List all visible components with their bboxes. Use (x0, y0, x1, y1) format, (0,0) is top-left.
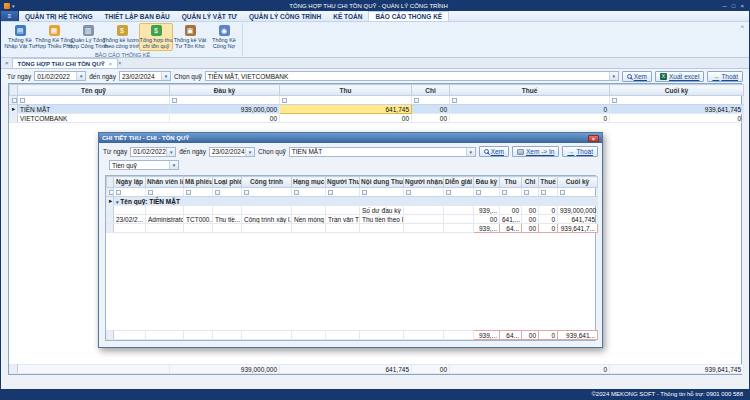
dialog-exit-button[interactable]: → Thoát (562, 146, 598, 157)
filter-cell[interactable] (114, 188, 146, 197)
col-header-thu[interactable]: Thu (280, 85, 412, 96)
app-icon[interactable] (4, 3, 10, 9)
tab-quan-tri-he-thong[interactable]: QUẢN TRỊ HỆ THỐNG (19, 11, 99, 21)
chevron-down-icon[interactable]: ▾ (245, 148, 254, 156)
col-header[interactable]: Ngày lập (114, 177, 146, 188)
tab-ke-toan[interactable]: KẾ TOÁN (327, 11, 368, 21)
col-header[interactable]: Cuối kỳ (558, 177, 598, 188)
ribbon-button-thong-ke-tong-hop[interactable]: ▦ Thống Kê TổngHợp Thiếu Phụ (37, 23, 71, 51)
cell-chi[interactable]: 00 (412, 105, 450, 114)
ribbon-collapse-icon[interactable]: ˄ (740, 24, 744, 30)
col-header[interactable]: Công trình (242, 177, 292, 188)
col-header-thue[interactable]: Thuế (450, 85, 610, 96)
filter-cell[interactable] (500, 188, 522, 197)
cell[interactable]: 00 (474, 215, 500, 224)
fund-select-input[interactable]: TIỀN MẶT, VIETCOMBANK ▾ (205, 71, 619, 81)
filter-cell[interactable] (242, 188, 292, 197)
cell[interactable] (213, 206, 242, 215)
chevron-down-icon[interactable]: ▾ (609, 72, 618, 80)
fund-select-input[interactable]: TIỀN MẶT ▾ (289, 147, 476, 157)
cell[interactable]: 641,... (500, 215, 522, 224)
close-button[interactable]: × (740, 3, 744, 9)
from-date-input[interactable]: 01/02/2022 ▾ (130, 147, 176, 157)
cell-cuoi-ky[interactable]: 939,641,745 (610, 105, 744, 114)
filter-cell[interactable] (444, 188, 474, 197)
group-row[interactable]: ▸ ▾ Tên quỹ: TIỀN MẶT (107, 197, 598, 206)
tab-bao-cao-thong-ke[interactable]: BÁO CÁO THỐNG KÊ (368, 11, 449, 21)
col-header[interactable]: Diễn giải (444, 177, 474, 188)
cell-thue[interactable]: 0 (450, 114, 610, 123)
cell[interactable]: Nền móng (292, 215, 326, 224)
col-header[interactable]: Thu (500, 177, 522, 188)
ribbon-button-thong-ke-luong[interactable]: $ Thống kê lươngtheo công trình (105, 23, 139, 51)
col-header-dau-ky[interactable]: Đầu kỳ (170, 85, 280, 96)
cell-thue[interactable]: 0 (450, 105, 610, 114)
dialog-view-print-button[interactable]: Xem -> In (512, 146, 559, 157)
maximize-button[interactable]: □ (732, 3, 736, 9)
ribbon-button-quan-ly-tong-hop-cong-trinh[interactable]: ▥ Quản Lý TổngHợp Công Trình (71, 23, 105, 51)
filter-cell[interactable] (292, 188, 326, 197)
filter-cell[interactable] (610, 96, 744, 105)
cell[interactable]: Thu tiền theo Hợ... (360, 215, 404, 224)
col-header[interactable]: Chi (522, 177, 539, 188)
tab-close-icon[interactable]: × (109, 61, 112, 67)
cell[interactable]: Số dư đầu kỳ (360, 206, 404, 215)
cell-dau-ky[interactable]: 00 (170, 114, 280, 123)
cell[interactable] (114, 206, 146, 215)
cell[interactable]: 00 (500, 206, 522, 215)
cell[interactable]: TCT000... (184, 215, 213, 224)
cell[interactable] (404, 215, 444, 224)
filter-cell[interactable] (522, 188, 539, 197)
filter-cell[interactable] (539, 188, 558, 197)
cell[interactable] (146, 206, 184, 215)
filter-cell[interactable] (184, 188, 213, 197)
table-row-tien-mat[interactable]: ▸ TIỀN MẶT 939,000,000 641,745 00 0 939,… (10, 105, 744, 114)
filter-cell[interactable] (474, 188, 500, 197)
to-date-input[interactable]: 23/02/2024 ▾ (209, 147, 255, 157)
chevron-down-icon[interactable]: ▾ (161, 72, 170, 80)
tab-quan-ly-cong-trinh[interactable]: QUẢN LÝ CÔNG TRÌNH (243, 11, 327, 21)
cell-cuoi-ky[interactable]: 0 (610, 114, 744, 123)
cell-ten-quy[interactable]: VIETCOMBANK (18, 114, 170, 123)
col-header-cuoi-ky[interactable]: Cuối kỳ (610, 85, 744, 96)
cell[interactable]: 00 (522, 215, 539, 224)
col-header[interactable]: Người nhận/đưa tiền (404, 177, 444, 188)
document-tab-active[interactable]: TỔNG HỢP THU CHI TỒN QUỸ × (12, 58, 119, 68)
ribbon-button-thong-ke-vat-tu-ton-kho[interactable]: ▣ Thống kê VậtTư Tồn Kho (173, 23, 207, 51)
filter-cell[interactable] (280, 96, 412, 105)
col-header[interactable]: Mã phiếu (184, 177, 213, 188)
dialog-view-button[interactable]: Xem (479, 146, 509, 157)
tab-quan-ly-vat-tu[interactable]: QUẢN LÝ VẬT TƯ (176, 11, 243, 21)
chevron-down-icon[interactable]: ▾ (76, 72, 85, 80)
cell-chi[interactable]: 00 (412, 114, 450, 123)
chevron-down-icon[interactable]: ▾ (166, 148, 175, 156)
from-date-input[interactable]: 01/02/2022 ▾ (34, 71, 86, 81)
export-excel-button[interactable]: X Xuất excel (655, 71, 704, 82)
ribbon-button-thong-ke-nhap-vat-tu[interactable]: ▤ Thống KêNhập Vật Tư (3, 23, 37, 51)
cell-thu-selected[interactable]: 641,745 (280, 105, 412, 114)
chevron-down-icon[interactable]: ▾ (169, 161, 178, 169)
cell[interactable] (444, 206, 474, 215)
col-header[interactable]: Người Thu/Chi (326, 177, 360, 188)
auto-filter-row[interactable] (10, 96, 744, 105)
filter-cell[interactable] (558, 188, 598, 197)
detail-row-opening-balance[interactable]: Số dư đầu kỳ 939,... 00 00 0 939,000,000 (107, 206, 598, 215)
col-header[interactable]: Thuế (539, 177, 558, 188)
cell[interactable]: 939,000,000 (558, 206, 598, 215)
chevron-down-icon[interactable]: ▾ (466, 148, 475, 156)
col-header[interactable]: Nhân viên lập (146, 177, 184, 188)
cell[interactable]: 641,745 (558, 215, 598, 224)
filter-cell[interactable] (18, 96, 170, 105)
to-date-input[interactable]: 23/02/2024 ▾ (119, 71, 171, 81)
col-header-chi[interactable]: Chi (412, 85, 450, 96)
cell-dau-ky[interactable]: 939,000,000 (170, 105, 280, 114)
minimize-button[interactable]: ─ (723, 3, 727, 9)
filter-cell[interactable] (213, 188, 242, 197)
col-header[interactable]: Hạng mục (292, 177, 326, 188)
exit-button[interactable]: → Thoát (707, 71, 743, 82)
view-button[interactable]: Xem (622, 71, 652, 82)
table-row-vietcombank[interactable]: VIETCOMBANK 00 00 00 0 0 (10, 114, 744, 123)
col-header[interactable]: Nội dung Thu/Chi (360, 177, 404, 188)
cell[interactable]: Administrator (146, 215, 184, 224)
cell[interactable]: Trần văn Tỉ (326, 215, 360, 224)
